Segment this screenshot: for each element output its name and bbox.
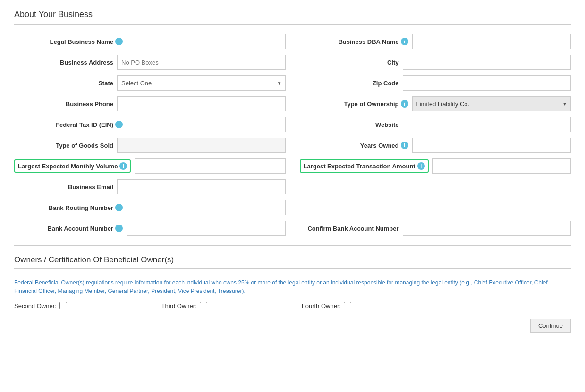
bank-account-number-input[interactable] [127, 221, 286, 236]
years-owned-input[interactable] [412, 138, 571, 153]
bank-routing-number-input[interactable] [127, 200, 286, 215]
zip-code-row: Zip Code [300, 75, 571, 91]
website-label: Website [300, 121, 399, 128]
third-owner-label: Third Owner: [161, 302, 197, 309]
largest-monthly-volume-label-text: Largest Expected Monthly Volume [18, 163, 118, 170]
business-phone-row: Business Phone [14, 96, 286, 111]
business-phone-input[interactable] [117, 96, 286, 111]
city-label: City [300, 59, 399, 66]
federal-tax-id-label: Federal Tax ID (EIN) [14, 121, 113, 128]
fourth-owner-label: Fourth Owner: [302, 302, 341, 309]
largest-transaction-amount-label-text: Largest Expected Transaction Amount [304, 163, 415, 170]
bank-routing-number-row: Bank Routing Number i [14, 200, 286, 215]
federal-tax-id-row: Federal Tax ID (EIN) i [14, 117, 286, 132]
type-of-goods-sold-row: Type of Goods Sold [14, 138, 286, 153]
second-owner-check: Second Owner: [14, 302, 67, 309]
largest-transaction-amount-input[interactable] [432, 158, 571, 174]
bank-routing-number-label: Bank Routing Number [14, 204, 113, 211]
business-phone-label: Business Phone [14, 100, 113, 108]
type-of-ownership-select[interactable]: Select One Sole Proprietorship Partnersh… [412, 96, 571, 111]
zip-code-label: Zip Code [300, 80, 399, 87]
business-dba-name-input[interactable] [412, 34, 571, 49]
largest-monthly-volume-row: Largest Expected Monthly Volume i [14, 158, 286, 174]
owners-section: Owners / Certification Of Beneficial Own… [14, 245, 571, 309]
bank-routing-number-info-icon[interactable]: i [115, 204, 123, 211]
state-label: State [14, 80, 113, 87]
confirm-bank-account-number-input[interactable] [403, 221, 571, 236]
city-input[interactable] [403, 55, 571, 70]
type-of-ownership-label: Type of Ownership [300, 100, 399, 108]
page-title: About Your Business [14, 9, 571, 19]
owners-checkboxes: Second Owner: Third Owner: Fourth Owner: [14, 302, 571, 309]
owners-description: Federal Beneficial Owner(s) regulations … [14, 278, 571, 295]
years-owned-label: Years Owned [300, 142, 399, 149]
third-owner-check: Third Owner: [161, 302, 207, 309]
business-email-input[interactable] [117, 179, 286, 194]
fourth-owner-checkbox[interactable] [344, 302, 351, 309]
legal-business-name-info-icon[interactable]: i [115, 38, 123, 45]
third-owner-checkbox[interactable] [200, 302, 207, 309]
type-of-goods-sold-input[interactable] [117, 138, 286, 153]
business-email-row: Business Email [14, 179, 286, 194]
bank-account-number-info-icon[interactable]: i [115, 225, 123, 232]
largest-monthly-volume-input[interactable] [135, 158, 285, 174]
website-row: Website [300, 117, 571, 132]
business-address-row: Business Address [14, 55, 286, 70]
federal-tax-id-info-icon[interactable]: i [115, 121, 123, 128]
zip-code-input[interactable] [403, 75, 571, 91]
business-dba-name-info-icon[interactable]: i [401, 38, 408, 45]
business-address-label: Business Address [14, 59, 113, 66]
owners-section-title: Owners / Certification Of Beneficial Own… [14, 255, 571, 265]
largest-monthly-volume-label-highlight: Largest Expected Monthly Volume i [14, 159, 131, 173]
largest-transaction-amount-label-highlight: Largest Expected Transaction Amount i [300, 159, 429, 173]
years-owned-row: Years Owned i [300, 138, 571, 153]
bank-account-number-label: Bank Account Number [14, 225, 113, 232]
state-select-wrapper: Select One Alabama Alaska Arizona Califo… [117, 75, 286, 91]
type-of-ownership-info-icon[interactable]: i [401, 100, 408, 108]
business-dba-name-label: Business DBA Name [300, 38, 399, 45]
second-owner-checkbox[interactable] [59, 302, 67, 309]
city-row: City [300, 55, 571, 70]
legal-business-name-row: Legal Business Name i [14, 34, 286, 49]
legal-business-name-input[interactable] [127, 34, 286, 49]
confirm-bank-account-number-label: Confirm Bank Account Number [300, 225, 399, 232]
business-form: Legal Business Name i Business DBA Name … [14, 34, 571, 236]
largest-monthly-volume-info-icon[interactable]: i [119, 162, 127, 170]
confirm-bank-account-number-row: Confirm Bank Account Number [300, 221, 571, 236]
continue-button[interactable]: Continue [530, 319, 571, 333]
state-row: State Select One Alabama Alaska Arizona … [14, 75, 286, 91]
business-email-label: Business Email [14, 183, 113, 191]
ownership-select-wrapper: Select One Sole Proprietorship Partnersh… [412, 96, 571, 111]
second-owner-label: Second Owner: [14, 302, 57, 309]
federal-tax-id-input[interactable] [127, 117, 286, 132]
largest-transaction-amount-row: Largest Expected Transaction Amount i [300, 158, 571, 174]
years-owned-info-icon[interactable]: i [401, 142, 408, 149]
business-dba-name-row: Business DBA Name i [300, 34, 571, 49]
website-input[interactable] [403, 117, 571, 132]
fourth-owner-check: Fourth Owner: [302, 302, 351, 309]
type-of-ownership-row: Type of Ownership i Select One Sole Prop… [300, 96, 571, 111]
bank-account-number-row: Bank Account Number i [14, 221, 286, 236]
largest-transaction-amount-info-icon[interactable]: i [417, 162, 425, 170]
legal-business-name-label: Legal Business Name [14, 38, 113, 45]
state-select[interactable]: Select One Alabama Alaska Arizona Califo… [117, 75, 286, 91]
type-of-goods-sold-label: Type of Goods Sold [14, 142, 113, 149]
business-address-input[interactable] [117, 55, 286, 70]
